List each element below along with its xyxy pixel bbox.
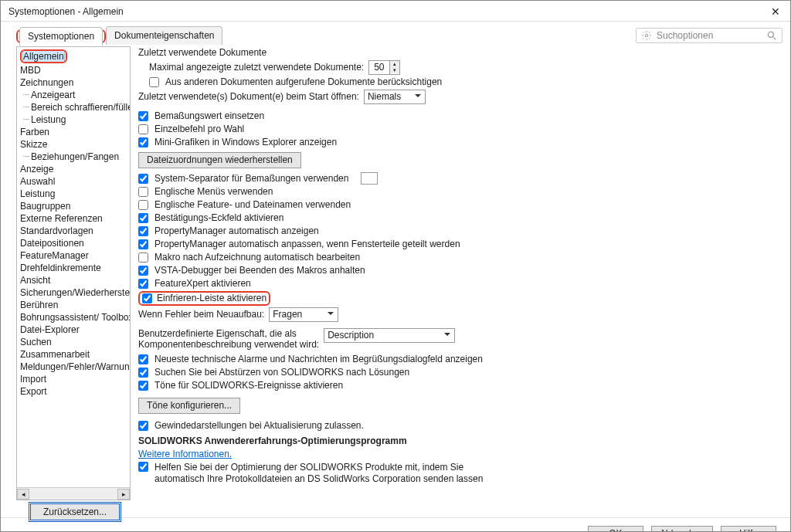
- sidebar-item-farben[interactable]: Farben: [17, 126, 131, 138]
- include-other-docs-checkbox[interactable]: [149, 77, 159, 87]
- svg-point-0: [645, 34, 648, 37]
- custom-prop-label-2: Komponentenbeschreibung verwendet wird:: [138, 339, 319, 350]
- sidebar: Allgemein MBD Zeichnungen Anzeigeart Ber…: [16, 46, 131, 500]
- ok-button[interactable]: OK: [588, 526, 643, 532]
- svg-point-1: [768, 32, 773, 37]
- sounds-enable-label: Töne für SOLIDWORKS-Ereignisse aktiviere…: [154, 380, 343, 391]
- thread-updates-label: Gewindedarstellungen bei Aktualisierung …: [154, 420, 364, 432]
- dim-insert-checkbox[interactable]: [138, 111, 148, 121]
- sidebar-item-import[interactable]: Import: [17, 373, 131, 385]
- sys-separator-input[interactable]: [361, 172, 378, 185]
- search-crash-checkbox[interactable]: [138, 368, 148, 378]
- window-title: Systemoptionen - Allgemein: [8, 6, 124, 17]
- sidebar-hscrollbar[interactable]: ◂ ▸: [17, 487, 130, 500]
- scroll-right-icon[interactable]: ▸: [117, 489, 130, 500]
- vsta-debug-label: VSTA-Debugger bei Beenden des Makros anh…: [154, 265, 365, 276]
- sidebar-item-featuremanager[interactable]: FeatureManager: [17, 249, 131, 262]
- macro-after-rec-checkbox[interactable]: [138, 252, 148, 263]
- single-cmd-checkbox[interactable]: [138, 124, 148, 134]
- custom-prop-label-1: Benutzerdefinierte Eigenschaft, die als: [138, 328, 319, 339]
- sidebar-item-externe-referenzen[interactable]: Externe Referenzen: [17, 212, 131, 225]
- cep-header: SOLIDWORKS Anwendererfahrungs-Optimierun…: [138, 435, 779, 448]
- mini-graphics-label: Mini-Grafiken in Windows Explorer anzeig…: [154, 137, 337, 148]
- include-other-docs-label: Aus anderen Dokumenten aufgerufene Dokum…: [165, 76, 442, 88]
- sidebar-item-auswahl[interactable]: Auswahl: [17, 175, 131, 188]
- thread-updates-checkbox[interactable]: [138, 421, 148, 431]
- sidebar-item-zusammenarbeit[interactable]: Zusammenarbeit: [17, 348, 131, 361]
- sidebar-item-leistung-zeichnungen[interactable]: Leistung: [17, 114, 131, 126]
- tab-systemoptionen[interactable]: Systemoptionen: [19, 27, 103, 46]
- search-crash-label: Suchen Sie bei Abstürzen von SOLIDWORKS …: [154, 367, 409, 378]
- sidebar-item-bereich-schraffieren[interactable]: Bereich schraffieren/füllen: [17, 101, 131, 114]
- svg-line-2: [773, 37, 776, 40]
- sidebar-item-mbd[interactable]: MBD: [17, 64, 131, 76]
- sys-separator-label: System-Separator für Bemaßungen verwende…: [154, 173, 348, 185]
- max-recent-spinner[interactable]: 50 ▴▾: [368, 60, 399, 75]
- freeze-bar-label: Einfrieren-Leiste aktivieren: [157, 293, 266, 304]
- cep-line2: automatisch Ihre Protokolldateien an DS …: [154, 473, 483, 485]
- content-panel: Zuletzt verwendete Dokumente Maximal ang…: [137, 46, 783, 500]
- sidebar-item-dateipositionen[interactable]: Dateipositionen: [17, 237, 131, 249]
- search-icon: [766, 30, 777, 41]
- sidebar-item-drehfeldinkremente[interactable]: Drehfeldinkremente: [17, 262, 131, 274]
- max-recent-label: Maximal angezeigte zuletzt verwendete Do…: [149, 62, 364, 73]
- pm-auto-show-checkbox[interactable]: [138, 226, 148, 236]
- sidebar-item-anzeige[interactable]: Anzeige: [17, 163, 131, 175]
- sidebar-item-bohrungsassistent[interactable]: Bohrungsassistent/ Toolbox: [17, 311, 131, 324]
- sidebar-item-standardvorlagen[interactable]: Standardvorlagen: [17, 225, 131, 237]
- help-button[interactable]: Hilfe: [721, 526, 776, 532]
- english-features-label: Englische Feature- und Dateinamen verwen…: [154, 199, 351, 211]
- scroll-left-icon[interactable]: ◂: [17, 489, 29, 500]
- rebuild-error-label: Wenn Fehler beim Neuaufbau:: [138, 309, 264, 320]
- sidebar-item-beruehren[interactable]: Berühren: [17, 299, 131, 311]
- sidebar-item-beziehungen-fangen[interactable]: Beziehungen/Fangen: [17, 151, 131, 163]
- sidebar-item-baugruppen[interactable]: Baugruppen: [17, 200, 131, 212]
- macro-after-rec-label: Makro nach Aufzeichnung automatisch bear…: [154, 252, 360, 263]
- dim-insert-label: Bemaßungswert einsetzen: [154, 110, 264, 122]
- confirm-corner-label: Bestätigungs-Eckfeld aktivieren: [154, 212, 283, 224]
- cep-optin-checkbox[interactable]: [138, 462, 148, 472]
- open-on-start-label: Zuletzt verwendete(s) Dokument(e) beim S…: [138, 91, 359, 103]
- sidebar-item-leistung[interactable]: Leistung: [17, 188, 131, 200]
- tab-dokumenteigenschaften[interactable]: Dokumenteigenschaften: [106, 26, 222, 45]
- vsta-debug-checkbox[interactable]: [138, 266, 148, 276]
- featurexpert-checkbox[interactable]: [138, 279, 148, 289]
- sidebar-item-skizze[interactable]: Skizze: [17, 138, 131, 151]
- sidebar-item-suchen[interactable]: Suchen: [17, 336, 131, 348]
- reset-button[interactable]: Zurücksetzen...: [30, 503, 120, 520]
- sidebar-item-sicherungen[interactable]: Sicherungen/Wiederherstellen: [17, 286, 131, 299]
- sidebar-item-zeichnungen[interactable]: Zeichnungen: [17, 76, 131, 89]
- open-on-start-dropdown[interactable]: Niemals: [364, 90, 426, 104]
- sounds-enable-checkbox[interactable]: [138, 381, 148, 391]
- pm-auto-size-label: PropertyManager automatisch anpassen, we…: [154, 239, 460, 250]
- configure-sounds-button[interactable]: Töne konfigurieren...: [138, 398, 240, 414]
- single-cmd-label: Einzelbefehl pro Wahl: [154, 124, 244, 135]
- cep-line1: Helfen Sie bei der Optimierung der SOLID…: [154, 462, 483, 473]
- english-menus-label: Englische Menüs verwenden: [154, 186, 273, 198]
- english-menus-checkbox[interactable]: [138, 187, 148, 197]
- search-options-field[interactable]: Suchoptionen: [636, 28, 783, 43]
- restore-file-assoc-button[interactable]: Dateizuordnungen wiederherstellen: [138, 152, 301, 168]
- custom-prop-dropdown[interactable]: Description: [324, 328, 455, 343]
- close-icon[interactable]: ✕: [769, 5, 783, 18]
- mini-graphics-checkbox[interactable]: [138, 137, 148, 147]
- cep-more-info-link[interactable]: Weitere Informationen.: [138, 449, 232, 460]
- gear-icon: [641, 30, 652, 41]
- show-alerts-checkbox[interactable]: [138, 354, 148, 364]
- english-features-checkbox[interactable]: [138, 200, 148, 210]
- sidebar-item-datei-explorer[interactable]: Datei-Explorer: [17, 324, 131, 336]
- cancel-button[interactable]: Abbrechen: [651, 526, 713, 532]
- sidebar-item-anzeigeart[interactable]: Anzeigeart: [17, 89, 131, 101]
- sidebar-item-export[interactable]: Export: [17, 385, 131, 398]
- sidebar-item-meldungen[interactable]: Meldungen/Fehler/Warnungen: [17, 361, 131, 373]
- show-alerts-label: Neueste technische Alarme und Nachrichte…: [154, 354, 483, 365]
- pm-auto-size-checkbox[interactable]: [138, 239, 148, 249]
- sidebar-item-allgemein[interactable]: Allgemein: [17, 49, 131, 64]
- freeze-bar-checkbox[interactable]: [142, 293, 152, 303]
- confirm-corner-checkbox[interactable]: [138, 213, 148, 223]
- rebuild-error-dropdown[interactable]: Fragen: [269, 307, 338, 322]
- search-placeholder: Suchoptionen: [657, 30, 713, 41]
- recent-docs-header: Zuletzt verwendete Dokumente: [138, 46, 779, 59]
- sys-separator-checkbox[interactable]: [138, 174, 148, 184]
- sidebar-item-ansicht[interactable]: Ansicht: [17, 274, 131, 286]
